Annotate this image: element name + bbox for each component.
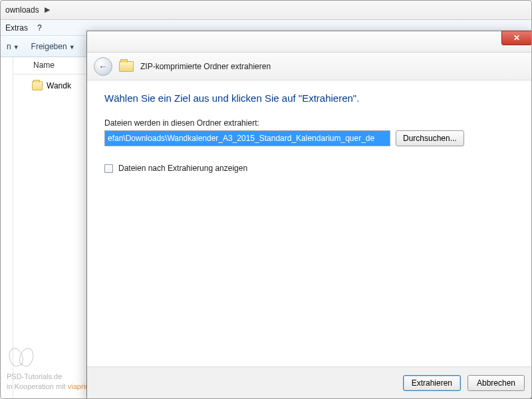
show-files-option[interactable]: Dateien nach Extrahierung anzeigen <box>104 164 514 173</box>
close-button[interactable]: ✕ <box>501 31 532 45</box>
zip-folder-icon <box>119 61 134 72</box>
address-bar[interactable]: ownloads ▶ <box>0 0 532 20</box>
menu-help[interactable]: ? <box>37 23 42 33</box>
destination-row: efan\Downloads\Wandkalender_A3_2015_Stan… <box>104 130 514 146</box>
file-name: Wandk <box>47 81 71 90</box>
toolbar-organize[interactable]: n▼ <box>7 42 19 51</box>
show-files-label: Dateien nach Extrahierung anzeigen <box>118 164 247 173</box>
watermark: PSD-Tutorials.de in Kooperation mit viap… <box>7 346 95 391</box>
checkbox-icon[interactable] <box>104 164 113 173</box>
dialog-title: ZIP-komprimierte Ordner extrahieren <box>140 62 271 71</box>
destination-label: Dateien werden in diesen Ordner extrahie… <box>104 118 514 128</box>
arrow-left-icon: ← <box>98 61 108 72</box>
close-icon: ✕ <box>513 33 520 43</box>
chevron-down-icon: ▼ <box>69 44 75 51</box>
butterfly-icon <box>7 346 37 370</box>
watermark-line1: PSD-Tutorials.de <box>7 372 95 381</box>
menu-extras[interactable]: Extras <box>5 23 28 33</box>
extract-button[interactable]: Extrahieren <box>403 375 461 391</box>
dialog-header: ← ZIP-komprimierte Ordner extrahieren <box>87 53 531 80</box>
chevron-right-icon: ▶ <box>45 5 50 14</box>
destination-input[interactable]: efan\Downloads\Wandkalender_A3_2015_Stan… <box>104 130 390 146</box>
dialog-heading: Wählen Sie ein Ziel aus und klicken Sie … <box>104 92 514 104</box>
watermark-line2: in Kooperation mit viaprinto <box>7 382 95 391</box>
dialog-footer: Extrahieren Abbrechen <box>87 366 531 398</box>
destination-value: efan\Downloads\Wandkalender_A3_2015_Stan… <box>105 131 390 146</box>
chevron-down-icon: ▼ <box>13 44 19 51</box>
browse-button[interactable]: Durchsuchen... <box>396 130 464 146</box>
breadcrumb[interactable]: ownloads <box>5 5 39 15</box>
extract-dialog: ✕ ← ZIP-komprimierte Ordner extrahieren … <box>86 31 532 399</box>
back-button[interactable]: ← <box>94 57 112 76</box>
dialog-titlebar[interactable]: ✕ <box>87 31 531 53</box>
zip-folder-icon <box>32 81 43 90</box>
cancel-button[interactable]: Abbrechen <box>467 375 525 391</box>
dialog-content: Wählen Sie ein Ziel aus und klicken Sie … <box>87 80 531 173</box>
toolbar-share[interactable]: Freigeben▼ <box>31 42 75 51</box>
